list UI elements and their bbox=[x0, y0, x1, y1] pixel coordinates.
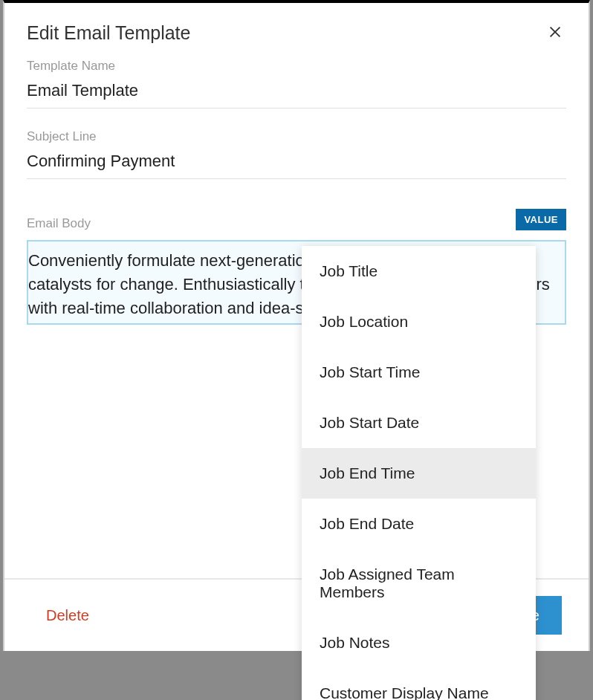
dropdown-item[interactable]: Job Assigned Team Members bbox=[302, 549, 536, 618]
dropdown-item[interactable]: Job End Time bbox=[302, 448, 536, 499]
value-dropdown: Job TitleJob LocationJob Start TimeJob S… bbox=[302, 246, 536, 700]
template-name-input[interactable] bbox=[27, 80, 566, 102]
template-name-field: Template Name bbox=[27, 59, 566, 108]
insert-value-button[interactable]: VALUE bbox=[516, 209, 566, 230]
dropdown-item[interactable]: Job Title bbox=[302, 246, 536, 296]
subject-line-input[interactable] bbox=[27, 150, 566, 172]
template-name-label: Template Name bbox=[27, 59, 566, 74]
email-body-label: Email Body bbox=[27, 216, 566, 231]
edit-template-modal: Edit Email Template Template Name Subjec… bbox=[3, 0, 590, 651]
dropdown-item[interactable]: Job Notes bbox=[302, 618, 536, 668]
modal-header: Edit Email Template bbox=[4, 3, 589, 51]
subject-line-field: Subject Line bbox=[27, 129, 566, 179]
modal-title: Edit Email Template bbox=[27, 22, 190, 44]
delete-button[interactable]: Delete bbox=[46, 607, 89, 624]
dropdown-item[interactable]: Job End Date bbox=[302, 499, 536, 549]
close-icon bbox=[547, 24, 563, 40]
dropdown-item[interactable]: Job Location bbox=[302, 296, 536, 347]
modal-body: Template Name Subject Line VALUE Email B… bbox=[4, 51, 589, 578]
close-button[interactable] bbox=[544, 21, 566, 45]
dropdown-item[interactable]: Customer Display Name bbox=[302, 668, 536, 700]
dropdown-item[interactable]: Job Start Time bbox=[302, 347, 536, 398]
dropdown-item[interactable]: Job Start Date bbox=[302, 398, 536, 448]
subject-line-label: Subject Line bbox=[27, 129, 566, 144]
